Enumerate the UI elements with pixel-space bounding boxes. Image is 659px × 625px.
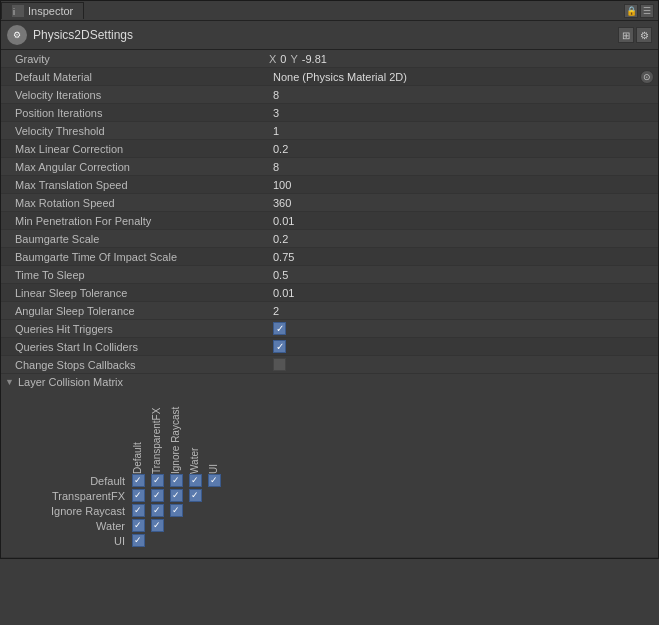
- field-label: Linear Sleep Tolerance: [1, 286, 269, 300]
- matrix-cell: [148, 489, 166, 502]
- bookmark-button[interactable]: ⊞: [618, 27, 634, 43]
- matrix-cell: [148, 519, 166, 532]
- matrix-cell: [186, 489, 204, 502]
- field-value: 8: [269, 160, 658, 174]
- lock-button[interactable]: 🔒: [624, 4, 638, 18]
- matrix-col-header: Default: [129, 394, 147, 474]
- gravity-row: Gravity X 0 Y -9.81: [1, 50, 658, 68]
- field-label: Velocity Threshold: [1, 124, 269, 138]
- col-header-text: UI: [209, 394, 219, 474]
- table-row: Min Penetration For Penalty 0.01: [1, 212, 658, 230]
- col-header-text: Water: [190, 394, 200, 474]
- field-label: Velocity Iterations: [1, 88, 269, 102]
- matrix-cell: [205, 534, 223, 547]
- numeric-fields: Velocity Iterations 8 Position Iteration…: [1, 86, 658, 320]
- checkbox-row: Change Stops Callbacks: [1, 356, 658, 374]
- matrix-cell: [129, 504, 147, 517]
- header-buttons: ⊞ ⚙: [618, 27, 652, 43]
- table-row: Max Rotation Speed 360: [1, 194, 658, 212]
- matrix-cell: [205, 474, 223, 487]
- matrix-col-header: UI: [205, 394, 223, 474]
- matrix-row: Default: [9, 474, 650, 487]
- collapse-triangle-icon: ▼: [5, 377, 14, 387]
- checkbox-row: Queries Start In Colliders: [1, 338, 658, 356]
- matrix-checkbox-input[interactable]: [151, 474, 164, 487]
- field-label: Max Linear Correction: [1, 142, 269, 156]
- matrix-checkbox-input[interactable]: [132, 519, 145, 532]
- checkbox-row: Queries Hit Triggers: [1, 320, 658, 338]
- matrix-checkbox-input[interactable]: [208, 474, 221, 487]
- gravity-fields: X 0 Y -9.81: [269, 53, 658, 65]
- field-value: 100: [269, 178, 658, 192]
- checkbox-input[interactable]: [273, 340, 286, 353]
- default-material-label: Default Material: [1, 70, 269, 84]
- gravity-y-label: Y: [290, 53, 297, 65]
- table-row: Angular Sleep Tolerance 2: [1, 302, 658, 320]
- matrix-checkbox-input[interactable]: [132, 504, 145, 517]
- matrix-checkbox-input[interactable]: [189, 489, 202, 502]
- field-value: 0.2: [269, 232, 658, 246]
- component-title: Physics2DSettings: [33, 28, 612, 42]
- menu-button[interactable]: ☰: [640, 4, 654, 18]
- checkbox-value: [269, 357, 658, 372]
- component-icon-symbol: ⚙: [13, 30, 21, 40]
- layer-collision-section: ▼ Layer Collision Matrix DefaultTranspar…: [1, 374, 658, 558]
- table-row: Max Translation Speed 100: [1, 176, 658, 194]
- matrix-container: DefaultTransparentFXIgnore RaycastWaterU…: [1, 390, 658, 557]
- matrix-cell: [129, 519, 147, 532]
- component-header: ⚙ Physics2DSettings ⊞ ⚙: [1, 21, 658, 50]
- matrix-checkbox-input[interactable]: [151, 519, 164, 532]
- field-value: 8: [269, 88, 658, 102]
- layer-collision-header[interactable]: ▼ Layer Collision Matrix: [1, 374, 658, 390]
- table-row: Time To Sleep 0.5: [1, 266, 658, 284]
- table-row: Velocity Threshold 1: [1, 122, 658, 140]
- matrix-row-label: UI: [9, 535, 129, 547]
- material-picker-button[interactable]: ⊙: [640, 70, 654, 84]
- table-row: Max Angular Correction 8: [1, 158, 658, 176]
- matrix-checkbox-input[interactable]: [189, 474, 202, 487]
- layer-collision-label: Layer Collision Matrix: [18, 376, 123, 388]
- default-material-row: Default Material None (Physics Material …: [1, 68, 658, 86]
- matrix-cell: [129, 489, 147, 502]
- matrix-checkbox-input[interactable]: [132, 489, 145, 502]
- field-value: 360: [269, 196, 658, 210]
- col-header-text: Ignore Raycast: [171, 394, 181, 474]
- matrix-cell: [167, 534, 185, 547]
- table-row: Velocity Iterations 8: [1, 86, 658, 104]
- matrix-col-header: TransparentFX: [148, 394, 166, 474]
- checkbox-input[interactable]: [273, 358, 286, 371]
- field-label: Max Translation Speed: [1, 178, 269, 192]
- matrix-cell: [186, 504, 204, 517]
- matrix-checkbox-input[interactable]: [170, 504, 183, 517]
- matrix-cell: [148, 504, 166, 517]
- matrix-checkbox-input[interactable]: [151, 489, 164, 502]
- field-value: 0.01: [269, 214, 658, 228]
- matrix-checkbox-input[interactable]: [132, 534, 145, 547]
- matrix-cell: [186, 519, 204, 532]
- checkbox-input[interactable]: [273, 322, 286, 335]
- matrix-cell: [167, 519, 185, 532]
- checkbox-value: [269, 321, 658, 336]
- component-icon: ⚙: [7, 25, 27, 45]
- field-label: Angular Sleep Tolerance: [1, 304, 269, 318]
- checkbox-label: Queries Hit Triggers: [1, 322, 269, 336]
- matrix-row: Water: [9, 519, 650, 532]
- matrix-checkbox-input[interactable]: [170, 474, 183, 487]
- matrix-cell: [205, 489, 223, 502]
- matrix-checkbox-input[interactable]: [132, 474, 145, 487]
- matrix-col-header: Water: [186, 394, 204, 474]
- window-controls: 🔒 ☰: [624, 4, 658, 18]
- checkbox-fields: Queries Hit Triggers Queries Start In Co…: [1, 320, 658, 374]
- table-row: Baumgarte Time Of Impact Scale 0.75: [1, 248, 658, 266]
- checkbox-value: [269, 339, 658, 354]
- field-label: Min Penetration For Penalty: [1, 214, 269, 228]
- settings-button[interactable]: ⚙: [636, 27, 652, 43]
- field-value: 2: [269, 304, 658, 318]
- checkbox-label: Queries Start In Colliders: [1, 340, 269, 354]
- matrix-checkbox-input[interactable]: [151, 504, 164, 517]
- field-value: 0.5: [269, 268, 658, 282]
- inspector-tab[interactable]: i Inspector: [1, 2, 84, 19]
- matrix-row-label: Water: [9, 520, 129, 532]
- matrix-checkbox-input[interactable]: [170, 489, 183, 502]
- field-label: Max Rotation Speed: [1, 196, 269, 210]
